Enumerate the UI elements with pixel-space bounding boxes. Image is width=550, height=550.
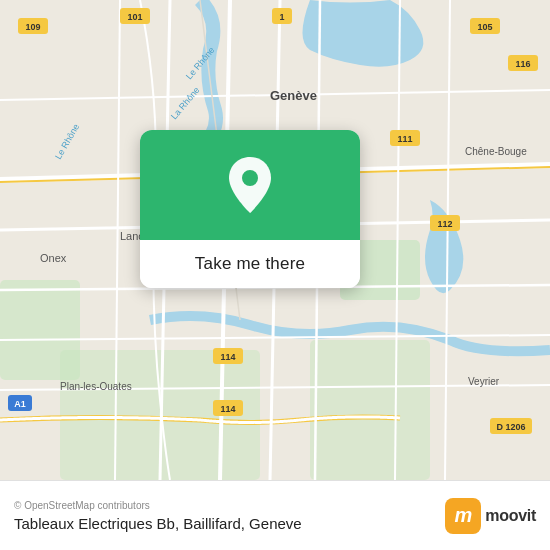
svg-text:Genève: Genève	[270, 88, 317, 103]
svg-text:116: 116	[515, 59, 530, 69]
svg-text:101: 101	[127, 12, 142, 22]
location-pin-icon	[225, 155, 275, 215]
svg-text:114: 114	[220, 352, 235, 362]
svg-point-51	[242, 170, 258, 186]
moovit-m-icon: m	[445, 498, 481, 534]
svg-rect-4	[310, 340, 430, 480]
svg-text:Veyrier: Veyrier	[468, 376, 500, 387]
overlay-card: Take me there	[140, 130, 360, 288]
svg-text:Plan-les-Ouates: Plan-les-Ouates	[60, 381, 132, 392]
svg-text:111: 111	[397, 134, 412, 144]
svg-text:Onex: Onex	[40, 252, 67, 264]
svg-text:1: 1	[279, 12, 284, 22]
svg-text:114: 114	[220, 404, 235, 414]
moovit-wordmark: moovit	[485, 507, 536, 525]
svg-text:112: 112	[437, 219, 452, 229]
map-container[interactable]: 109 101 1 105 116 111 112 114 114 A1 D 1…	[0, 0, 550, 480]
moovit-letter: m	[454, 504, 472, 527]
svg-text:105: 105	[477, 22, 492, 32]
svg-text:109: 109	[25, 22, 40, 32]
bottom-bar: © OpenStreetMap contributors Tableaux El…	[0, 480, 550, 550]
card-green-area	[140, 130, 360, 240]
svg-text:D 1206: D 1206	[496, 422, 525, 432]
svg-text:A1: A1	[14, 399, 26, 409]
svg-text:Chêne-Bouge: Chêne-Bouge	[465, 146, 527, 157]
moovit-logo: m moovit	[445, 498, 536, 534]
take-me-there-button[interactable]: Take me there	[140, 240, 360, 288]
